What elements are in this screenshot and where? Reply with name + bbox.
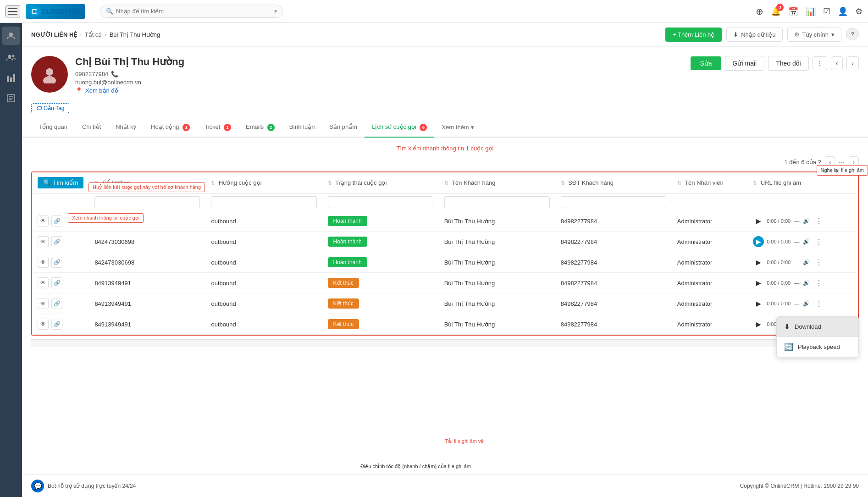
chart-icon[interactable]: 📊 <box>806 6 816 17</box>
breadcrumb-level1[interactable]: Tất cả <box>85 31 102 38</box>
filter-direction-input[interactable] <box>211 196 316 208</box>
unlink-icon-4[interactable]: 🔗 <box>51 277 62 288</box>
row-actions-5: 👁 🔗 <box>32 293 89 314</box>
sort-customer-icon: ⇅ <box>444 180 448 186</box>
add-tag-button[interactable]: 🏷 Gắn Tag <box>31 103 69 113</box>
view-icon-2[interactable]: 👁 <box>38 236 49 247</box>
unlink-icon-1[interactable]: 🔗 <box>51 215 62 226</box>
hotline-6: 84913949491 <box>89 314 205 335</box>
play-btn-6[interactable]: ▶ <box>753 319 764 330</box>
customer-phone-1: 84982277984 <box>555 211 672 232</box>
sidebar-item-contacts[interactable] <box>2 27 20 45</box>
tab-xem-them[interactable]: Xem thêm ▾ <box>434 118 481 138</box>
user-icon[interactable]: 👤 <box>838 6 848 17</box>
content-area: Tìm kiếm nhanh thông tin 1 cuộc gọi 1 đế… <box>22 138 868 497</box>
edit-button[interactable]: Sửa <box>691 56 721 70</box>
dropdown-playback-speed[interactable]: 🔄 Playback speed <box>777 337 858 357</box>
unlink-icon-3[interactable]: 🔗 <box>51 257 62 268</box>
more-options-button[interactable]: ⋮ <box>813 56 827 70</box>
direction-5: outbound <box>205 293 322 314</box>
volume-icon-4[interactable]: 🔊 <box>803 280 810 286</box>
status-5: Kết thúc <box>322 293 439 314</box>
breadcrumb: NGƯỜI LIÊN HỆ › Tất cả › Bùi Thị Thu Hườ… <box>22 23 868 47</box>
tab-chi-tiet[interactable]: Chi tiết <box>75 118 108 138</box>
help-icon[interactable]: ? <box>846 28 859 40</box>
custom-button[interactable]: ⚙ Tùy chỉnh ▾ <box>787 28 841 42</box>
tab-san-pham[interactable]: Sản phẩm <box>322 118 365 138</box>
search-button[interactable]: 🔍 Tìm kiếm <box>38 177 83 188</box>
row-actions-6: 👁 🔗 <box>32 314 89 335</box>
tab-lich-su-cuoc-goi[interactable]: Lịch sử cuộc gọi 6 <box>365 118 434 138</box>
unlink-icon-6[interactable]: 🔗 <box>51 319 62 330</box>
svg-point-13 <box>43 76 56 83</box>
sidebar-item-reports[interactable] <box>2 69 20 87</box>
time-5: 0:00 / 0:00 <box>767 301 791 306</box>
checklist-icon[interactable]: ☑ <box>823 6 830 17</box>
play-btn-3[interactable]: ▶ <box>753 257 764 268</box>
follow-button[interactable]: Theo dõi <box>768 56 808 71</box>
notification-icon[interactable]: 🔔 3 <box>771 6 781 17</box>
tab-binh-luan[interactable]: Bình luận <box>282 118 322 138</box>
view-icon-3[interactable]: 👁 <box>38 257 49 268</box>
contact-map[interactable]: 📍 Xem bản đồ <box>75 87 683 94</box>
status-badge-4: Kết thúc <box>328 278 359 288</box>
volume-icon-5[interactable]: 🔊 <box>803 300 810 307</box>
tab-hoat-dong[interactable]: Hoạt động 1 <box>144 118 197 138</box>
view-icon-4[interactable]: 👁 <box>38 277 49 288</box>
filter-name-input[interactable] <box>444 196 550 208</box>
search-row-status <box>322 193 439 211</box>
volume-icon-3[interactable]: 🔊 <box>803 259 810 265</box>
send-mail-button[interactable]: Gửi mail <box>725 56 765 71</box>
svg-rect-5 <box>7 76 9 82</box>
customer-phone-3: 84982277984 <box>555 252 672 273</box>
more-btn-3[interactable]: ⋮ <box>813 257 825 268</box>
view-icon-5[interactable]: 👁 <box>38 298 49 309</box>
tab-tong-quan[interactable]: Tổng quan <box>31 118 75 138</box>
more-btn-4[interactable]: ⋮ <box>813 278 825 288</box>
volume-icon-2[interactable]: 🔊 <box>803 238 810 245</box>
scrollbar-area[interactable] <box>31 339 859 347</box>
direction-6: outbound <box>205 314 322 335</box>
hamburger-button[interactable] <box>6 6 20 17</box>
play-btn-4[interactable]: ▶ <box>753 277 764 288</box>
customer-name-3: Bùi Thị Thu Hường <box>439 252 555 273</box>
annotation-huy-lien-ket: Huỷ liên kết cuộc gọi này với hồ sơ khác… <box>88 182 205 192</box>
play-btn-2[interactable]: ▶ <box>753 236 764 247</box>
filter-status-input[interactable] <box>328 196 433 208</box>
call-history-table: 🔍 Tìm kiếm ⇅ Số Hotline ⇅ Hướng cuộc gọi <box>32 172 858 335</box>
tab-nhat-ky[interactable]: Nhật ký <box>108 118 144 138</box>
next-button[interactable]: › <box>846 56 859 70</box>
search-row-phone <box>555 193 672 211</box>
more-btn-5[interactable]: ⋮ <box>813 298 825 309</box>
sidebar-item-users[interactable] <box>2 49 20 67</box>
settings-icon[interactable]: ⚙ <box>855 6 862 17</box>
unlink-icon-2[interactable]: 🔗 <box>51 236 62 247</box>
dropdown-download[interactable]: ⬇ Download <box>777 317 858 337</box>
tab-ticket[interactable]: Ticket 1 <box>197 118 238 138</box>
status-2: Hoàn thành <box>322 232 439 252</box>
add-icon[interactable]: ⊕ <box>756 6 763 17</box>
view-icon-6[interactable]: 👁 <box>38 319 49 330</box>
tab-emails[interactable]: Emails 2 <box>238 118 282 138</box>
view-icon-1[interactable]: 👁 <box>38 215 49 226</box>
search-input[interactable] <box>116 8 274 15</box>
filter-phone-input[interactable] <box>561 196 666 208</box>
volume-icon-1[interactable]: 🔊 <box>803 218 810 224</box>
sidebar-item-tasks[interactable] <box>2 89 20 107</box>
prev-button[interactable]: ‹ <box>831 56 843 70</box>
tab-hoat-dong-badge: 1 <box>182 124 190 131</box>
filter-hotline-input[interactable] <box>94 196 200 208</box>
table-row: 👁 🔗 84913949491 outbound Kết thúc Bùi Th… <box>32 273 858 293</box>
more-btn-2[interactable]: ⋮ <box>813 237 825 247</box>
sidebar <box>0 23 22 497</box>
more-btn-1[interactable]: ⋮ <box>813 216 825 226</box>
play-btn-5[interactable]: ▶ <box>753 298 764 309</box>
add-contact-button[interactable]: + Thêm Liên hệ <box>665 28 722 42</box>
unlink-icon-5[interactable]: 🔗 <box>51 298 62 309</box>
play-btn-1[interactable]: ▶ <box>753 215 764 226</box>
col-direction-header: ⇅ Hướng cuộc gọi <box>205 172 322 193</box>
search-bar[interactable]: 🔍 ▾ <box>100 5 283 18</box>
calendar-icon[interactable]: 📅 <box>788 6 798 17</box>
col-customer-phone-header: ⇅ SĐT Khách hàng <box>555 172 672 193</box>
import-data-button[interactable]: ⬇ Nhập dữ liệu <box>726 28 782 42</box>
